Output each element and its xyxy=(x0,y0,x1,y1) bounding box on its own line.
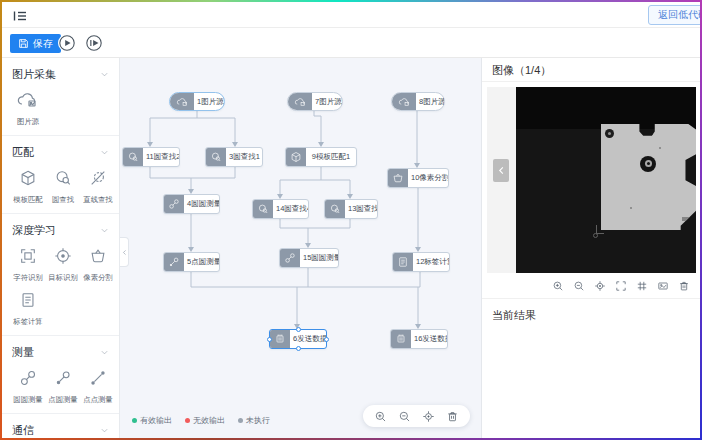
node-handle-right[interactable] xyxy=(324,337,329,342)
floppy-icon xyxy=(18,38,29,49)
tool-point-circle-measure[interactable]: 点圆测量 xyxy=(45,369,80,405)
circle-find-icon xyxy=(325,200,345,218)
flow-canvas[interactable]: 1图片源1 7图片源2 8图片源3 11圆查找2 3圆查找1 9模板匹配1 10… xyxy=(120,58,481,438)
chevron-down-icon xyxy=(100,347,109,359)
app-window: 返回低代码 保存 图片采集 xyxy=(0,0,702,440)
category-header-deep-learning[interactable]: 深度学习 xyxy=(2,214,119,244)
status-legend: 有效输出 无效输出 未执行 xyxy=(132,415,270,426)
point-point-measure-icon xyxy=(89,369,107,391)
send-data-icon xyxy=(270,330,290,348)
flow-node-image-source-3[interactable]: 8图片源3 xyxy=(391,92,445,111)
top-header-bar: 返回低代码 xyxy=(2,2,700,28)
basket-icon xyxy=(388,169,408,187)
flow-node-image-source-2[interactable]: 7图片源2 xyxy=(287,92,343,111)
category-image-capture: 图片采集 图片源 xyxy=(2,58,119,136)
category-header-communication[interactable]: 通信 xyxy=(2,414,119,438)
cloud-image-icon xyxy=(288,93,312,110)
tool-template-match[interactable]: 模板匹配 xyxy=(10,169,45,205)
step-play-circle-icon[interactable] xyxy=(85,34,103,52)
trash-icon[interactable] xyxy=(678,280,690,292)
flow-node-template-match-1[interactable]: 9模板匹配1 xyxy=(285,147,357,167)
flow-node-circle-find-4[interactable]: 14圆查找4 xyxy=(252,199,309,219)
circle-circle-measure-icon xyxy=(280,249,300,267)
zoom-out-icon[interactable] xyxy=(573,280,585,292)
tool-pixel-segmentation[interactable]: 像素分割 xyxy=(80,247,115,283)
circle-find-icon xyxy=(54,169,72,191)
node-handle-left[interactable] xyxy=(267,337,272,342)
fullscreen-icon[interactable] xyxy=(615,280,627,292)
legend-valid-output: 有效输出 xyxy=(132,415,172,426)
plate-hub xyxy=(640,156,656,172)
save-button[interactable]: 保存 xyxy=(10,34,61,53)
tool-target-recognition[interactable]: 目标识别 xyxy=(45,247,80,283)
locate-icon[interactable] xyxy=(422,410,435,423)
photo-dark-band xyxy=(516,87,696,129)
green-dot-icon xyxy=(132,418,137,423)
category-measure: 测量 圆圆测量 点圆测量 点点测量 xyxy=(2,336,119,414)
current-result-label: 当前结果 xyxy=(482,299,700,332)
back-to-lowcode-button[interactable]: 返回低代码 xyxy=(648,5,702,25)
document-icon xyxy=(19,291,37,313)
zoom-in-icon[interactable] xyxy=(552,280,564,292)
flow-node-circle-find-3[interactable]: 13圆查找3 xyxy=(324,199,378,219)
menu-icon[interactable] xyxy=(12,8,28,24)
flow-node-point-circle-measure-1[interactable]: 5点圆测量1 xyxy=(163,252,220,272)
line-find-icon xyxy=(89,169,107,191)
tool-line-find[interactable]: 直线查找 xyxy=(80,169,115,205)
node-handle-top[interactable] xyxy=(296,327,301,332)
play-circle-icon[interactable] xyxy=(58,34,76,52)
red-dot-icon xyxy=(185,418,190,423)
tool-image-source[interactable]: 图片源 xyxy=(10,91,45,127)
zoom-in-icon[interactable] xyxy=(374,410,387,423)
flow-node-circle-circle-measure-3[interactable]: 15圆圆测量3 xyxy=(279,248,339,268)
gray-dot-icon xyxy=(238,418,243,423)
tool-circle-circle-measure[interactable]: 圆圆测量 xyxy=(10,369,45,405)
flow-node-circle-circle-measure-2[interactable]: 4圆圆测量2 xyxy=(163,194,220,214)
toolbar: 保存 xyxy=(2,28,700,58)
flow-node-pixel-segmentation-1[interactable]: 10像素分割1 xyxy=(387,168,449,188)
photo-bracket-circle xyxy=(593,233,598,238)
flow-node-send-data-1[interactable]: 6发送数据1 xyxy=(269,329,327,349)
category-header-image-capture[interactable]: 图片采集 xyxy=(2,58,119,88)
target-icon xyxy=(54,247,72,269)
fit-image-icon[interactable] xyxy=(657,280,669,292)
chevron-down-icon xyxy=(100,69,109,81)
tool-circle-find[interactable]: 圆查找 xyxy=(45,169,80,205)
chevron-left-icon[interactable] xyxy=(493,159,509,182)
plate-dot xyxy=(630,207,632,209)
locate-icon[interactable] xyxy=(594,280,606,292)
flow-node-circle-find-1[interactable]: 3圆查找1 xyxy=(205,147,263,167)
category-header-match[interactable]: 匹配 xyxy=(2,136,119,166)
circle-circle-measure-icon xyxy=(19,369,37,391)
collapse-sidebar-button[interactable] xyxy=(120,237,129,267)
right-panel: 图像（1/4） xyxy=(481,58,700,438)
point-circle-measure-icon xyxy=(164,253,184,271)
flow-node-image-source-1[interactable]: 1图片源1 xyxy=(169,92,225,111)
chevron-down-icon xyxy=(100,147,109,159)
flow-node-circle-find-2[interactable]: 11圆查找2 xyxy=(122,147,180,167)
photo-metal-plate xyxy=(601,124,696,230)
chevron-down-icon xyxy=(100,225,109,237)
category-deep-learning: 深度学习 字符识别 目标识别 像素分割 xyxy=(2,214,119,336)
grid-icon[interactable] xyxy=(636,280,648,292)
tool-point-point-measure[interactable]: 点点测量 xyxy=(80,369,115,405)
inspection-photo[interactable] xyxy=(516,87,696,273)
send-data-icon xyxy=(391,330,411,348)
image-nav-strip xyxy=(487,87,516,273)
category-match: 匹配 模板匹配 圆查找 直线查找 xyxy=(2,136,119,214)
flow-node-label-calc-1[interactable]: 12标签计算1 xyxy=(392,252,450,272)
basket-icon xyxy=(89,247,107,269)
flow-node-send-data-2[interactable]: 16发送数据2 xyxy=(390,329,448,349)
tool-label-calc[interactable]: 标签计算 xyxy=(10,291,45,327)
tool-char-recognition[interactable]: 字符识别 xyxy=(10,247,45,283)
circle-circle-measure-icon xyxy=(164,195,184,213)
circle-find-icon xyxy=(206,148,226,166)
category-header-measure[interactable]: 测量 xyxy=(2,336,119,366)
ocr-frame-icon xyxy=(19,247,37,269)
cloud-image-icon xyxy=(170,93,194,110)
zoom-out-icon[interactable] xyxy=(398,410,411,423)
trash-icon[interactable] xyxy=(446,410,459,423)
plate-dot xyxy=(659,147,661,149)
cloud-image-icon xyxy=(392,93,416,110)
node-handle-bottom[interactable] xyxy=(296,346,301,351)
